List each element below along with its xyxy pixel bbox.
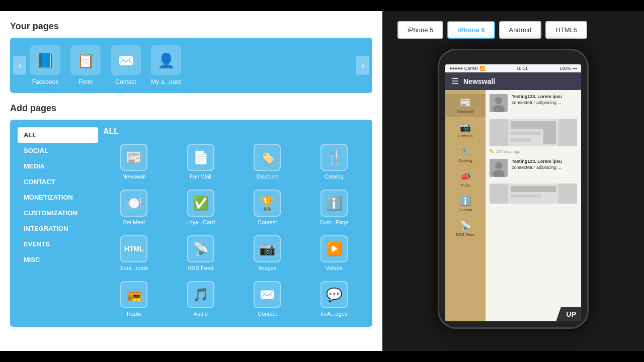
phone-status-bar: ●●●●● Carrier 📶 10:11 100% ▪▪▪ — [445, 64, 581, 72]
sidebar-push-icon: 📣 — [460, 171, 471, 182]
sidebar-newswall[interactable]: 📰 Newswall — [445, 94, 486, 117]
device-android-button[interactable]: Android — [499, 21, 542, 39]
facebook-icon: 📘 — [30, 45, 60, 75]
newswall-icon: 📰 — [120, 144, 147, 171]
discount-icon: 🏷️ — [254, 144, 281, 171]
app-images[interactable]: 📷 Images — [236, 233, 298, 274]
carousel-prev-button[interactable]: ‹ — [13, 56, 26, 75]
contact-icon: ✉️ — [111, 45, 141, 75]
contact-add-icon: ✉️ — [254, 281, 281, 308]
apps-grid-wrapper: ALL 📰 Newswall 📄 Fan Wall 🏷️ Discount — [103, 127, 365, 319]
news-thumb-2 — [490, 159, 508, 177]
news-item-1: Testing123. Lorem ipsu consectetur adipi… — [486, 90, 581, 117]
sidebar-portfolio-icon: 📷 — [460, 122, 471, 133]
app-setmeal[interactable]: 🍽️ Set Meal — [103, 187, 165, 228]
apps-grid-title: ALL — [103, 127, 365, 136]
page-item-form[interactable]: 📋 Form — [70, 45, 101, 85]
phone-battery: 100% ▪▪▪ — [559, 66, 577, 71]
app-fanwall[interactable]: 📄 Fan Wall — [170, 141, 232, 182]
sidebar-rssfeed-label: RSS Feed — [456, 232, 475, 237]
app-videos[interactable]: ▶️ Videos — [303, 233, 365, 274]
app-label-catalog: Catalog — [325, 173, 344, 179]
app-label-radio: Radio — [127, 311, 141, 317]
sidebar-custom[interactable]: ℹ️ Custom — [445, 193, 486, 215]
category-contact[interactable]: CONTACT — [18, 174, 98, 190]
sidebar-push[interactable]: 📣 Push — [445, 168, 486, 191]
sidebar-push-label: Push — [461, 183, 470, 188]
app-label-inapppages: In-A...ages — [320, 311, 347, 317]
category-social[interactable]: SOCIAL — [18, 143, 98, 158]
radio-icon: 📻 — [120, 281, 147, 308]
page-item-myaccount[interactable]: 👤 My a...ount — [151, 45, 181, 85]
svg-rect-13 — [511, 195, 541, 198]
app-catalog[interactable]: 🍴 Catalog — [303, 141, 365, 182]
carousel-next-button[interactable]: › — [356, 56, 369, 75]
app-label-images: Images — [258, 265, 276, 271]
add-pages-title: Add pages — [10, 103, 372, 114]
app-label-newswall: Newswall — [122, 173, 145, 179]
images-icon: 📷 — [254, 235, 281, 262]
app-rssfeed[interactable]: 📡 RSS Feed — [170, 233, 232, 274]
phone-mockup: ●●●●● Carrier 📶 10:11 100% ▪▪▪ ☰ Newswal… — [438, 49, 589, 329]
device-iphone5-button[interactable]: iPhone 5 — [397, 21, 443, 39]
hamburger-icon: ☰ — [451, 76, 458, 86]
sidebar-portfolio[interactable]: 📷 Portfolio — [445, 119, 486, 141]
app-contest[interactable]: 🏆 Contest — [236, 187, 298, 228]
videos-icon: ▶️ — [320, 235, 348, 262]
sourcecode-icon: HTML — [120, 235, 147, 262]
app-label-discount: Discount — [257, 173, 278, 179]
app-audio[interactable]: 🎵 Audio — [170, 279, 232, 319]
custompage-icon: ℹ️ — [320, 190, 348, 217]
category-all[interactable]: ALL — [18, 127, 98, 143]
app-label-contest: Contest — [258, 219, 277, 225]
svg-rect-5 — [511, 131, 541, 135]
category-customization[interactable]: CUSTOMIZATION — [18, 205, 98, 221]
category-media[interactable]: MEDIA — [18, 158, 98, 174]
app-label-loyaltycard: Loya...Card — [186, 219, 215, 225]
page-item-facebook[interactable]: 📘 Facebook — [30, 45, 60, 85]
news-timestamp: ✏️ 237 days ago — [486, 148, 581, 155]
pages-carousel: ‹ 📘 Facebook 📋 Form ✉️ Contact 👤 My a...… — [10, 38, 372, 93]
sidebar-custom-label: Custom — [458, 208, 472, 212]
audio-icon: 🎵 — [187, 281, 214, 308]
app-label-sourcecode: Sour...code — [120, 265, 148, 271]
phone-camera — [498, 56, 528, 61]
sidebar-newswall-label: Newswall — [457, 109, 474, 114]
add-pages-container: ALL SOCIAL MEDIA CONTACT MONETIZATION CU… — [10, 120, 372, 327]
svg-rect-7 — [543, 129, 556, 144]
category-misc[interactable]: MISC — [18, 252, 98, 267]
device-html5-button[interactable]: HTML5 — [545, 21, 587, 39]
setmeal-icon: 🍽️ — [120, 190, 147, 217]
page-item-contact[interactable]: ✉️ Contact — [111, 45, 141, 85]
app-newswall[interactable]: 📰 Newswall — [103, 141, 165, 182]
right-panel: iPhone 5 iPhone 6 Android HTML5 ●●●●● Ca… — [382, 11, 644, 362]
app-radio[interactable]: 📻 Radio — [103, 279, 165, 319]
contest-icon: 🏆 — [254, 190, 281, 217]
phone-time: 10:11 — [517, 66, 528, 71]
app-custompage[interactable]: ℹ️ Cust...Page — [303, 187, 365, 228]
sidebar-catalog[interactable]: 🔧 Catalog — [445, 143, 486, 166]
app-inapppages[interactable]: 💬 In-A...ages — [303, 279, 365, 319]
category-monetization[interactable]: MONETIZATION — [18, 190, 98, 205]
category-events[interactable]: EVENTS — [18, 236, 98, 252]
sidebar-rssfeed[interactable]: 📡 RSS Feed — [445, 217, 486, 240]
page-label-form: Form — [78, 78, 93, 85]
fanwall-icon: 📄 — [187, 144, 214, 171]
svg-rect-6 — [511, 138, 531, 142]
phone-main-content: Testing123. Lorem ipsu consectetur adipi… — [486, 90, 581, 321]
app-loyaltycard[interactable]: ✅ Loya...Card — [170, 187, 232, 228]
sidebar-newswall-icon: 📰 — [460, 97, 471, 108]
sidebar-rssfeed-icon: 📡 — [460, 220, 471, 231]
device-selector: iPhone 5 iPhone 6 Android HTML5 — [397, 21, 587, 39]
svg-point-9 — [495, 162, 502, 169]
app-sourcecode[interactable]: HTML Sour...code — [103, 233, 165, 274]
phone-signal: ●●●●● Carrier 📶 — [449, 66, 485, 71]
category-integration[interactable]: INTEGRATION — [18, 221, 98, 236]
your-pages-title: Your pages — [10, 21, 372, 32]
device-iphone6-button[interactable]: iPhone 6 — [447, 21, 495, 39]
phone-nav-title: Newswall — [463, 77, 495, 85]
app-label-audio: Audio — [194, 311, 208, 317]
app-discount[interactable]: 🏷️ Discount — [236, 141, 298, 182]
phone-sidebar: 📰 Newswall 📷 Portfolio 🔧 Catalog 📣 — [445, 90, 486, 321]
app-contact-add[interactable]: ✉️ Contact — [236, 279, 298, 319]
